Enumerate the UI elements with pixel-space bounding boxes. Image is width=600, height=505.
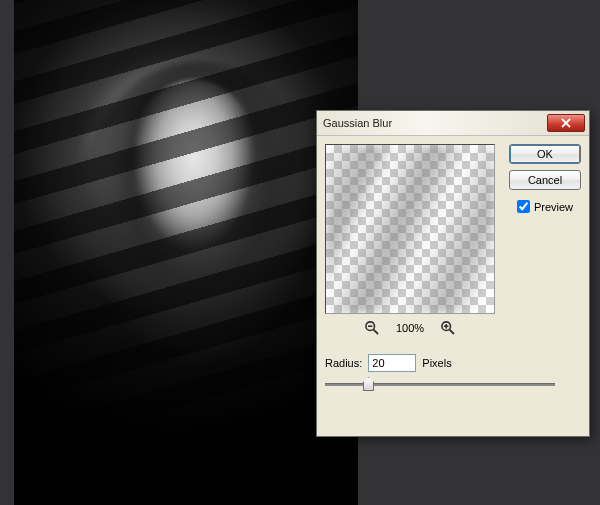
slider-track [325,383,555,386]
svg-line-6 [449,329,454,334]
ok-button[interactable]: OK [509,144,581,164]
radius-unit: Pixels [422,357,451,369]
dialog-titlebar[interactable]: Gaussian Blur [317,111,589,136]
zoom-controls: 100% [325,320,495,336]
radius-row: Radius: Pixels [325,354,581,372]
close-button[interactable] [547,114,585,132]
zoom-out-icon [364,320,380,336]
zoom-level: 100% [396,322,424,334]
gaussian-blur-dialog: Gaussian Blur 100% [316,110,590,437]
dialog-body: 100% Radius: Pixels OK Cancel [317,136,589,402]
dialog-side-buttons: OK Cancel Preview [509,144,581,213]
zoom-in-icon [440,320,456,336]
dialog-title: Gaussian Blur [317,117,547,129]
slider-thumb[interactable] [363,377,374,391]
document-canvas[interactable] [14,0,358,505]
radius-slider[interactable] [325,376,555,394]
filter-preview[interactable] [325,144,495,314]
artwork-face [124,80,264,270]
cancel-button[interactable]: Cancel [509,170,581,190]
preview-label: Preview [534,201,573,213]
svg-line-2 [373,329,378,334]
preview-content [326,145,494,313]
preview-checkbox[interactable] [517,200,530,213]
zoom-out-button[interactable] [364,320,380,336]
radius-label: Radius: [325,357,362,369]
close-icon [561,118,571,128]
zoom-in-button[interactable] [440,320,456,336]
artwork-hair [74,60,324,390]
radius-input[interactable] [368,354,416,372]
preview-toggle[interactable]: Preview [509,200,581,213]
